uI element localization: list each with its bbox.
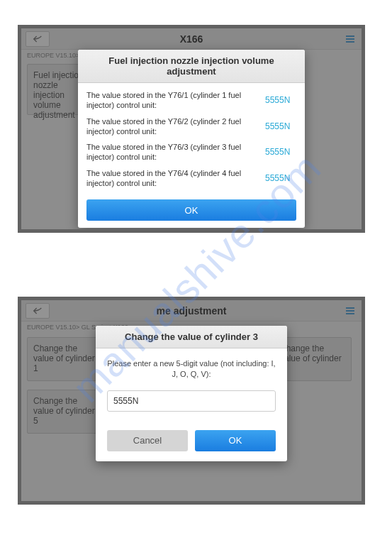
dialog-title: Change the value of cylinder 3 bbox=[96, 326, 287, 348]
ok-button[interactable]: OK bbox=[86, 199, 296, 221]
value-row: The value stored in the Y76/2 (cylinder … bbox=[86, 114, 296, 140]
screen-2: me adjustment EUROPE V15.10> GL Series>X… bbox=[21, 300, 362, 501]
ok-button[interactable]: OK bbox=[195, 430, 276, 451]
value-row: The value stored in the Y76/3 (cylinder … bbox=[86, 139, 296, 165]
value-label: The value stored in the Y76/2 (cylinder … bbox=[86, 116, 258, 137]
dialog-title: Fuel injection nozzle injection volume a… bbox=[78, 50, 305, 83]
dialog-prompt: Please enter a new 5-digit value (not in… bbox=[107, 358, 276, 380]
value-value: 5555N bbox=[265, 147, 296, 157]
value-value: 5555N bbox=[265, 95, 296, 105]
value-value: 5555N bbox=[265, 173, 296, 183]
screen-1: X166 EUROPE V15.10> GL Series>X166 Fuel … bbox=[21, 28, 362, 229]
cancel-button[interactable]: Cancel bbox=[107, 430, 188, 451]
modal-overlay: Fuel injection nozzle injection volume a… bbox=[21, 28, 362, 229]
device-frame-1: X166 EUROPE V15.10> GL Series>X166 Fuel … bbox=[18, 25, 365, 233]
value-value: 5555N bbox=[265, 121, 296, 131]
value-label: The value stored in the Y76/3 (cylinder … bbox=[86, 142, 258, 163]
value-label: The value stored in the Y76/4 (cylinder … bbox=[86, 168, 258, 189]
dialog-body: The value stored in the Y76/1 (cylinder … bbox=[78, 83, 305, 228]
value-input[interactable] bbox=[107, 390, 276, 412]
value-row: The value stored in the Y76/4 (cylinder … bbox=[86, 165, 296, 192]
value-label: The value stored in the Y76/1 (cylinder … bbox=[86, 90, 258, 111]
dialog-injection-values: Fuel injection nozzle injection volume a… bbox=[78, 50, 305, 228]
dialog-body: Please enter a new 5-digit value (not in… bbox=[96, 348, 287, 461]
dialog-change-cyl3: Change the value of cylinder 3 Please en… bbox=[96, 326, 287, 461]
value-row: The value stored in the Y76/1 (cylinder … bbox=[86, 87, 296, 114]
device-frame-2: me adjustment EUROPE V15.10> GL Series>X… bbox=[18, 297, 365, 505]
modal-overlay: Change the value of cylinder 3 Please en… bbox=[21, 300, 362, 501]
